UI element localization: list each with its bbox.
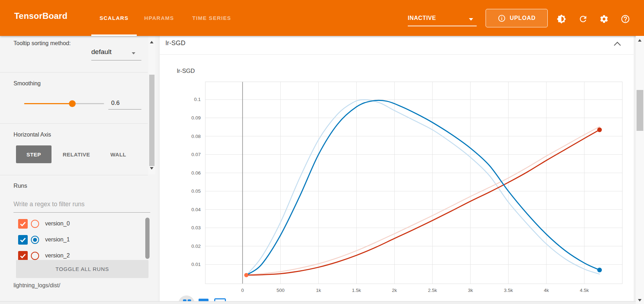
y-tick-label: 0.1	[194, 97, 201, 102]
x-tick-label: 0	[241, 288, 244, 293]
x-tick-label: 1k	[316, 288, 321, 293]
status-dropdown-underline	[408, 26, 477, 26]
smoothing-slider-knob[interactable]	[69, 100, 76, 107]
run-radio[interactable]	[31, 236, 39, 244]
tooltip-sorting-underline	[91, 60, 141, 60]
series-marker-version_1-smoothed	[597, 268, 602, 272]
tooltip-sorting-select[interactable]: default	[91, 48, 112, 56]
y-tick-label: 0.01	[191, 262, 201, 267]
scroll-up-icon[interactable]	[638, 39, 642, 42]
sidebar-scrollbar-thumb[interactable]	[149, 75, 155, 166]
scroll-down-icon[interactable]	[638, 299, 642, 302]
runs-filter-input[interactable]: Write a regex to filter runs	[13, 201, 150, 208]
divider	[0, 72, 148, 73]
run-checkbox[interactable]	[18, 251, 28, 261]
x-tick-label: 2k	[392, 288, 397, 293]
y-tick-label: 0.07	[191, 152, 201, 157]
tooltip-sorting-label: Tooltip sorting method:	[13, 39, 77, 47]
x-tick-label: 2.5k	[428, 288, 437, 293]
status-dropdown-value: INACTIVE	[408, 15, 436, 21]
brightness-icon[interactable]	[557, 14, 566, 24]
runs-list-scrollbar-thumb[interactable]	[145, 218, 150, 259]
y-tick-label: 0.04	[191, 207, 201, 212]
tab-bar: SCALARSHPARAMSTIME SERIES	[91, 0, 242, 36]
scroll-up-icon[interactable]	[150, 41, 153, 43]
runs-filter-underline	[13, 212, 150, 213]
lr-sgd-chart[interactable]: 0.010.020.030.040.050.060.070.080.090.10…	[160, 57, 634, 301]
help-icon[interactable]	[621, 14, 630, 24]
scalars-section-card: lr-SGD lr-SGD 0.010.020.030.040.050.060.…	[160, 36, 634, 301]
page-scrollbar-thumb[interactable]	[637, 90, 643, 131]
divider	[160, 54, 634, 55]
caret-down-icon	[132, 52, 135, 54]
x-tick-label: 4.5k	[580, 288, 589, 293]
run-radio[interactable]	[31, 252, 39, 260]
x-tick-label: 3.5k	[504, 288, 513, 293]
smoothing-value-underline	[108, 109, 141, 110]
run-row-version_0[interactable]: version_0	[0, 217, 149, 230]
log-directory-path: lightning_logs/dist/	[13, 282, 60, 289]
axis-option-wall[interactable]: WALL	[101, 145, 135, 163]
app-title: TensorBoard	[14, 11, 67, 21]
refresh-icon[interactable]	[578, 14, 588, 24]
x-tick-label: 3k	[468, 288, 473, 293]
section-title: lr-SGD	[166, 39, 185, 47]
y-tick-label: 0.09	[191, 115, 201, 121]
tensorboard-app: TensorBoard SCALARSHPARAMSTIME SERIES IN…	[0, 0, 644, 304]
divider	[0, 175, 148, 175]
y-tick-label: 0.06	[191, 170, 201, 176]
expand-card-icon[interactable]	[214, 298, 226, 301]
y-tick-label: 0.02	[191, 244, 201, 249]
x-tick-label: 500	[276, 288, 285, 293]
tab-time-series[interactable]: TIME SERIES	[182, 0, 242, 36]
toggle-all-runs-button[interactable]: TOGGLE ALL RUNS	[16, 260, 148, 278]
x-tick-label: 1.5k	[352, 288, 361, 293]
run-radio[interactable]	[31, 220, 39, 228]
run-checkbox[interactable]	[18, 235, 28, 245]
app-header: TensorBoard SCALARSHPARAMSTIME SERIES IN…	[0, 0, 644, 36]
caret-down-icon	[469, 18, 473, 21]
run-label: version_1	[45, 236, 70, 243]
axis-option-relative[interactable]: RELATIVE	[57, 145, 96, 163]
series-marker-version_0	[244, 273, 248, 277]
y-tick-label: 0.08	[191, 134, 201, 139]
horizontal-axis-label: Horizontal Axis	[13, 132, 51, 138]
run-row-version_1[interactable]: version_1	[0, 233, 149, 246]
upload-button[interactable]: UPLOAD	[486, 9, 548, 27]
axis-option-step[interactable]: STEP	[16, 145, 52, 163]
smoothing-label: Smoothing	[13, 80, 41, 87]
info-icon	[498, 14, 506, 22]
x-tick-label: 4k	[544, 288, 549, 293]
run-checkbox[interactable]	[18, 219, 28, 229]
run-label: version_2	[45, 252, 70, 259]
collapse-chevron-up-icon[interactable]	[613, 41, 622, 47]
y-tick-label: 0.03	[191, 225, 201, 230]
run-label: version_0	[45, 220, 70, 227]
smoothing-value-input[interactable]: 0.6	[111, 100, 120, 107]
tab-scalars[interactable]: SCALARS	[91, 0, 137, 36]
y-tick-label: 0.05	[191, 188, 201, 194]
settings-gear-icon[interactable]	[599, 14, 609, 24]
settings-sidebar: Tooltip sorting method: default Smoothin…	[0, 36, 158, 301]
status-dropdown[interactable]: INACTIVE	[408, 14, 477, 26]
content-bottom-edge	[0, 301, 636, 304]
smoothing-slider-fill	[24, 103, 72, 104]
page-scrollbar[interactable]	[636, 36, 644, 304]
tab-hparams[interactable]: HPARAMS	[137, 0, 182, 36]
scroll-down-icon[interactable]	[150, 167, 153, 170]
upload-button-label: UPLOAD	[510, 15, 536, 21]
divider	[0, 123, 148, 124]
fullscreen-icon[interactable]	[199, 299, 209, 301]
runs-label: Runs	[13, 182, 27, 189]
series-marker-version_2-smoothed	[597, 128, 602, 132]
